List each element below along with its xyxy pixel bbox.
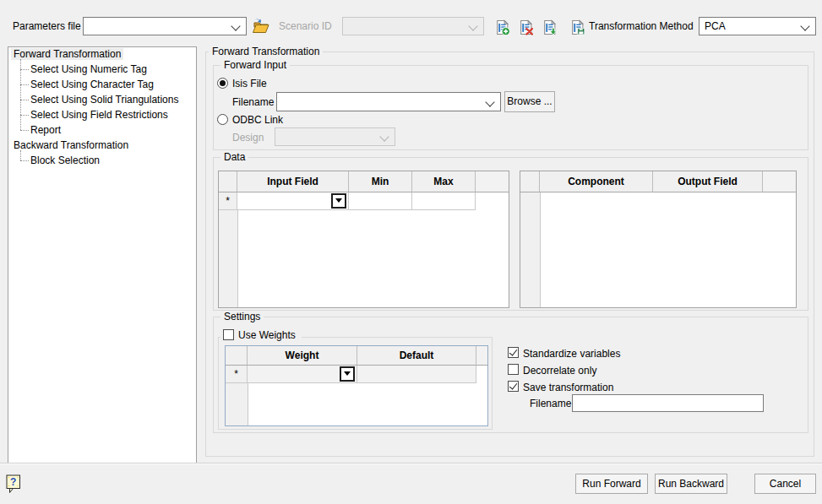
chevron-down-icon: [800, 21, 809, 30]
input-field-cell[interactable]: [237, 192, 349, 210]
design-label: Design: [232, 132, 264, 144]
tree-item-report[interactable]: Report: [28, 123, 63, 137]
table-corner-cell[interactable]: [520, 171, 540, 192]
decorrelate-only-label: Decorrelate only: [523, 365, 596, 377]
odbc-link-radio[interactable]: [217, 114, 228, 125]
save-transformation-label: Save transformation: [523, 382, 613, 393]
parameters-file-combo[interactable]: [83, 17, 247, 35]
output-fields-table: Component Output Field: [520, 171, 797, 308]
isis-file-radio[interactable]: [217, 78, 228, 89]
use-weights-checkbox[interactable]: [223, 329, 234, 340]
column-header-output-field[interactable]: Output Field: [653, 171, 763, 192]
column-header-max[interactable]: Max: [412, 171, 476, 192]
data-group-title: Data: [220, 151, 248, 163]
use-weights-caption: Use Weights Use Weights: [220, 328, 302, 341]
chevron-down-icon: [379, 132, 389, 141]
filename-label: Filename: [232, 96, 274, 108]
browse-button[interactable]: Browse ...: [504, 91, 555, 112]
tree-item-label: Select Using Field Restrictions: [28, 109, 171, 121]
chevron-down-icon: [231, 21, 240, 30]
new-row-header[interactable]: *: [226, 366, 248, 383]
weight-dropdown-button[interactable]: [340, 366, 355, 382]
document-import-icon: [542, 19, 558, 35]
tree-item-select-using-field-restrictions[interactable]: Select Using Field Restrictions: [28, 108, 171, 122]
decorrelate-only-checkbox[interactable]: [508, 364, 519, 375]
standardize-variables-checkbox[interactable]: [508, 347, 519, 358]
tree-item-select-using-character-tag[interactable]: Select Using Character Tag: [28, 78, 156, 91]
document-save-icon: [569, 19, 585, 35]
table-corner-cell[interactable]: [226, 346, 248, 366]
transformation-method-label: Transformation Method: [589, 20, 694, 32]
max-cell[interactable]: [412, 192, 476, 210]
transformation-method-combo[interactable]: PCA: [699, 17, 816, 35]
tree-item-label: Select Using Character Tag: [28, 79, 156, 90]
header-filler: [476, 171, 509, 192]
forward-transformation-group-title: Forward Transformation: [209, 46, 323, 57]
tree-item-select-using-numeric-tag[interactable]: Select Using Numeric Tag: [28, 62, 150, 76]
save-filename-label: Filename: [530, 398, 571, 409]
svg-text:?: ?: [10, 476, 16, 488]
tree-item-select-using-solid-triangulations[interactable]: Select Using Solid Triangulations: [28, 93, 181, 106]
cancel-button[interactable]: Cancel: [754, 474, 816, 494]
use-weights-label: Use Weights: [238, 329, 296, 341]
scenario-id-combo: [342, 17, 484, 35]
help-button[interactable]: ?: [6, 474, 22, 494]
scenario-id-label: Scenario ID: [279, 20, 332, 32]
tree-item-forward-transformation[interactable]: Forward Transformation: [11, 47, 123, 61]
tree-item-label: Select Using Solid Triangulations: [28, 94, 181, 106]
transformation-method-value: PCA: [705, 20, 798, 32]
tree-item-block-selection[interactable]: Block Selection: [28, 154, 102, 167]
column-header-component[interactable]: Component: [540, 171, 653, 192]
open-parameters-button[interactable]: [251, 17, 270, 35]
tree-item-label: Backward Transformation: [11, 139, 131, 151]
tree-item-label: Report: [28, 124, 63, 136]
transformation-dialog: Parameters file Scenario ID: [0, 0, 822, 504]
column-header-min[interactable]: Min: [349, 171, 412, 192]
header-filler: [763, 171, 796, 192]
input-field-dropdown-button[interactable]: [331, 193, 346, 209]
open-folder-icon: [251, 17, 270, 35]
save-scenario-button[interactable]: [569, 19, 585, 35]
tree-item-label: Select Using Numeric Tag: [28, 63, 150, 75]
column-header-input-field[interactable]: Input Field: [237, 171, 349, 192]
save-transformation-checkbox[interactable]: [508, 381, 519, 392]
weights-table: Weight Default *: [225, 345, 488, 426]
filename-combo[interactable]: [276, 92, 501, 111]
add-scenario-button[interactable]: [494, 19, 510, 35]
parameters-file-label: Parameters file: [13, 20, 81, 32]
chevron-down-icon: [485, 97, 494, 106]
isis-file-label: Isis File: [232, 78, 267, 89]
chevron-down-icon: [468, 21, 477, 30]
settings-group-title: Settings: [220, 311, 264, 322]
column-header-weight[interactable]: Weight: [248, 346, 357, 366]
weight-cell[interactable]: [248, 366, 357, 383]
delete-scenario-button[interactable]: [518, 19, 534, 35]
tree-item-backward-transformation[interactable]: Backward Transformation: [11, 138, 131, 152]
save-filename-input[interactable]: [572, 394, 764, 412]
min-cell[interactable]: [349, 192, 412, 210]
tree-item-label: Forward Transformation: [11, 48, 123, 60]
document-delete-icon: [518, 19, 534, 35]
column-header-default[interactable]: Default: [357, 346, 476, 366]
input-fields-table: Input Field Min Max *: [218, 171, 509, 308]
run-backward-button[interactable]: Run Backward: [655, 474, 727, 494]
tree-item-label: Block Selection: [28, 154, 102, 166]
import-scenario-button[interactable]: [542, 19, 558, 35]
new-row-header[interactable]: *: [219, 192, 237, 210]
forward-input-group-title: Forward Input: [220, 59, 290, 71]
header-filler: [476, 346, 487, 366]
tree-connector: [20, 150, 21, 160]
run-forward-button[interactable]: Run Forward: [575, 474, 648, 494]
document-add-icon: [494, 19, 510, 35]
standardize-variables-label: Standardize variables: [523, 348, 620, 360]
odbc-link-label: ODBC Link: [232, 114, 283, 126]
design-combo: [275, 127, 395, 146]
help-question-icon: ?: [6, 474, 22, 494]
default-cell[interactable]: [357, 366, 476, 383]
table-corner-cell[interactable]: [219, 171, 237, 192]
footer-separator: [0, 463, 822, 464]
